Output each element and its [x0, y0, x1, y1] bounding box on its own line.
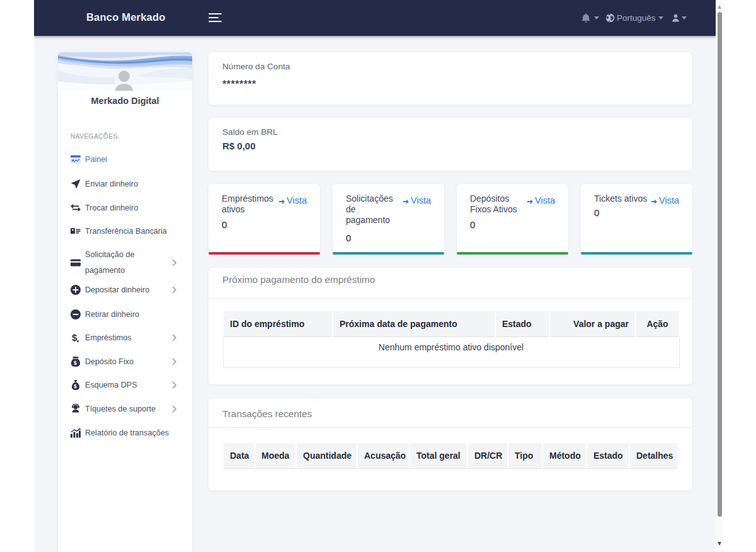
svg-text:$: $	[74, 383, 77, 389]
svg-text:$: $	[72, 333, 77, 343]
svg-text:$: $	[74, 360, 77, 366]
